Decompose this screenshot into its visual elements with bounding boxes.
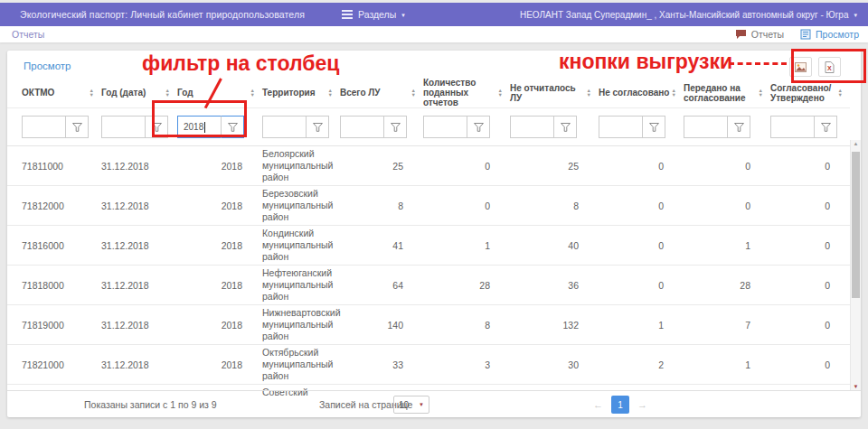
annotation-export-text: кнопки выгрузки bbox=[559, 50, 732, 74]
prev-page-arrow[interactable]: ← bbox=[593, 399, 603, 410]
funnel-icon bbox=[391, 123, 401, 132]
funnel-icon bbox=[561, 123, 571, 132]
cell: 31.12.2018 bbox=[101, 226, 177, 266]
filter-input[interactable] bbox=[684, 116, 727, 138]
sections-label: Разделы bbox=[358, 9, 396, 20]
scroll-up-icon[interactable]: ▲ bbox=[851, 141, 861, 146]
cell: 132 bbox=[510, 305, 599, 345]
cell: 8 bbox=[510, 186, 599, 226]
cell: 28 bbox=[423, 266, 510, 305]
data-table: ОКТМО▲▼Год (дата)▲▼Год▲▼Территория▲▼Всег… bbox=[7, 78, 850, 398]
sort-icon[interactable]: ▲▼ bbox=[672, 89, 676, 97]
cell: 31.12.2018 bbox=[101, 305, 177, 345]
filter-input[interactable] bbox=[599, 116, 642, 138]
annotation-filter-text: фильтр на столбец bbox=[142, 51, 339, 76]
cell: 0 bbox=[770, 226, 850, 266]
cell: 71819000 bbox=[7, 305, 101, 345]
filter-funnel-button[interactable] bbox=[814, 116, 837, 138]
cell: 2018 bbox=[177, 345, 262, 385]
comment-icon bbox=[735, 29, 747, 40]
filter-input[interactable] bbox=[770, 116, 814, 138]
cell: 0 bbox=[423, 186, 510, 226]
cell: 71811000 bbox=[7, 146, 101, 186]
filter-cell-3 bbox=[262, 108, 340, 146]
filter-input[interactable] bbox=[22, 116, 65, 138]
funnel-icon bbox=[474, 123, 484, 132]
sort-icon[interactable]: ▲▼ bbox=[165, 89, 170, 97]
cell: 0 bbox=[599, 146, 684, 186]
cell: 0 bbox=[599, 226, 684, 266]
sort-icon[interactable]: ▲▼ bbox=[498, 89, 503, 97]
book-preview-icon bbox=[800, 29, 811, 40]
table-row[interactable]: 7181200031.12.20182018Березовский муници… bbox=[7, 186, 850, 226]
sort-icon[interactable]: ▲▼ bbox=[587, 89, 591, 97]
filter-funnel-button[interactable] bbox=[642, 116, 665, 138]
filter-input[interactable] bbox=[101, 116, 145, 138]
view-action-button[interactable]: Просмотр bbox=[800, 29, 859, 40]
column-label: Не согласовано bbox=[599, 88, 669, 98]
column-label: ОКТМО bbox=[22, 88, 54, 98]
table-zone: ОКТМО▲▼Год (дата)▲▼Год▲▼Территория▲▼Всег… bbox=[7, 78, 861, 398]
sort-icon[interactable]: ▲▼ bbox=[250, 89, 255, 97]
filter-funnel-button[interactable] bbox=[306, 116, 329, 138]
filter-cell-7 bbox=[599, 108, 684, 146]
sort-icon[interactable]: ▲▼ bbox=[411, 89, 416, 97]
scroll-down-icon[interactable]: ▼ bbox=[851, 384, 861, 389]
filter-input[interactable] bbox=[510, 116, 553, 138]
user-menu-button[interactable]: НЕОЛАНТ Запад Суперадмин_ , Ханты-Мансий… bbox=[520, 10, 857, 20]
cell: 1 bbox=[684, 345, 770, 385]
filter-funnel-button[interactable] bbox=[65, 116, 89, 138]
cell: 0 bbox=[770, 146, 850, 186]
filter-cell-4 bbox=[340, 108, 423, 146]
sort-icon[interactable]: ▲▼ bbox=[90, 89, 94, 97]
cell: 0 bbox=[770, 186, 850, 226]
filter-funnel-button[interactable] bbox=[553, 116, 577, 138]
cell: 2018 bbox=[177, 266, 262, 305]
sort-icon[interactable]: ▲▼ bbox=[328, 89, 333, 97]
table-filter-row: 2018 bbox=[7, 108, 850, 146]
app-bar: Экологический паспорт: Личный кабинет пр… bbox=[0, 3, 868, 26]
filter-input[interactable] bbox=[423, 116, 467, 138]
cell: 0 bbox=[423, 146, 510, 186]
breadcrumb-actions: Отчеты Просмотр bbox=[735, 29, 859, 40]
filter-cell-9 bbox=[770, 108, 850, 146]
per-page-select[interactable]: 10 ▼ bbox=[393, 396, 429, 414]
sections-menu-button[interactable]: Разделы ▾ bbox=[342, 3, 405, 26]
table-row[interactable]: 7181800031.12.20182018Нефтеюганский муни… bbox=[7, 266, 850, 305]
filter-funnel-button[interactable] bbox=[467, 116, 490, 138]
filter-funnel-button[interactable] bbox=[383, 116, 407, 138]
cell: 28 bbox=[684, 266, 770, 305]
sort-icon[interactable]: ▲▼ bbox=[838, 89, 843, 97]
table-footer: Показаны записи с 1 по 9 из 9 Записей на… bbox=[7, 390, 861, 417]
column-label: Количество поданных отчетов bbox=[423, 78, 498, 107]
page-1-button[interactable]: 1 bbox=[611, 396, 629, 414]
cell: 25 bbox=[340, 146, 423, 186]
column-label: Согласовано/Утверждено bbox=[770, 83, 838, 103]
pagination: ← 1 → bbox=[593, 396, 647, 414]
cell: 0 bbox=[770, 345, 850, 385]
filter-funnel-button[interactable] bbox=[727, 116, 750, 138]
next-page-arrow[interactable]: → bbox=[637, 399, 647, 410]
table-row[interactable]: 7181600031.12.20182018Кондинский муницип… bbox=[7, 226, 850, 266]
cell: 0 bbox=[684, 186, 770, 226]
cell: 31.12.2018 bbox=[101, 266, 177, 305]
scrollbar-thumb[interactable] bbox=[852, 152, 860, 298]
cell: Кондинский муниципальный район bbox=[262, 226, 340, 266]
cell: 2018 bbox=[177, 226, 262, 266]
column-header-7: Не согласовано▲▼ bbox=[599, 78, 684, 108]
breadcrumb-reports-link[interactable]: Отчеты bbox=[12, 29, 44, 40]
card-title-link[interactable]: Просмотр bbox=[24, 61, 71, 71]
vertical-scrollbar[interactable]: ▲ ▼ bbox=[850, 140, 861, 390]
table-row[interactable]: 7181900031.12.20182018Нижневартовский му… bbox=[7, 305, 850, 345]
sort-icon[interactable]: ▲▼ bbox=[759, 89, 763, 97]
filter-input[interactable] bbox=[340, 116, 383, 138]
filter-input[interactable] bbox=[262, 116, 306, 138]
cell: 71821000 bbox=[7, 345, 101, 385]
cell: 71812000 bbox=[7, 186, 101, 226]
table-row[interactable]: 7181100031.12.20182018Белоярский муницип… bbox=[7, 146, 850, 186]
column-label: Всего ЛУ bbox=[340, 88, 381, 98]
table-row[interactable]: 7182100031.12.20182018Октябрьский муници… bbox=[7, 345, 850, 385]
reports-action-button[interactable]: Отчеты bbox=[735, 29, 784, 40]
column-header-8: Передано на согласование▲▼ bbox=[684, 78, 770, 108]
column-header-4: Всего ЛУ▲▼ bbox=[340, 78, 423, 108]
